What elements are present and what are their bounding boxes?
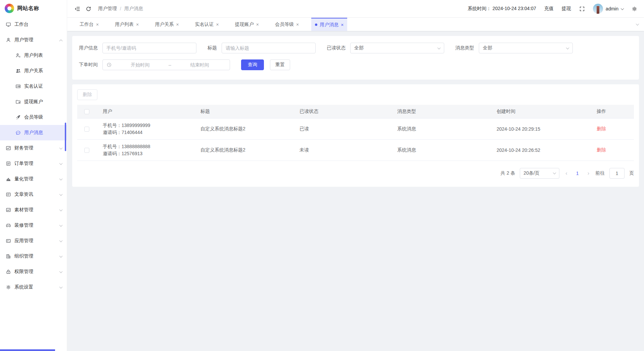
user-icon [6,37,11,43]
article-icon [6,192,11,197]
close-icon[interactable]: × [341,23,343,27]
app-window-icon [6,238,11,244]
sidebar-item-decoration-management[interactable]: 装修管理 [0,218,67,233]
close-icon[interactable]: × [216,22,219,27]
tab-workbench[interactable]: 工作台× [76,18,102,31]
delete-row-button[interactable]: 删除 [597,147,606,152]
tab-user-relations[interactable]: 用户关系× [151,18,182,31]
sidebar-item-app-management[interactable]: 应用管理 [0,233,67,249]
tab-user-message[interactable]: 用户消息× [311,18,347,31]
delete-row-button[interactable]: 删除 [597,126,606,131]
sidebar-item-user-list[interactable]: 用户列表 [0,48,67,63]
goto-page-input[interactable] [609,168,625,179]
user-info-input[interactable] [102,43,196,53]
sidebar-horizontal-scrollbar[interactable] [0,349,55,351]
chevron-down-icon [636,22,639,26]
msg-type-label: 消息类型 [455,45,474,51]
search-button[interactable]: 查询 [241,59,264,70]
user-menu[interactable]: admin [593,4,624,14]
current-page-number[interactable]: 1 [573,171,582,176]
sidebar-item-material-management[interactable]: 素材管理 [0,202,67,218]
tab-options-dropdown[interactable] [636,18,639,31]
sidebar-item-quant-management[interactable]: 量化管理 [0,171,67,187]
reset-button[interactable]: 重置 [270,59,290,70]
breadcrumb-separator: / [120,6,121,11]
id-card-icon [15,84,21,89]
system-time-label: 系统时间： [468,6,491,11]
row-checkbox[interactable] [84,127,89,132]
tab-user-list[interactable]: 用户列表× [111,18,142,31]
message-title: 自定义系统消息标题2 [200,139,300,161]
monitor-icon [6,22,11,27]
sidebar-item-order-management[interactable]: 订单管理 [0,156,67,171]
sidebar: 网站名称 工作台 用户管理 用户列表 用户关系 实名认证 提现账户 [0,0,67,351]
sidebar-item-member-level[interactable]: 会员等级 [0,109,67,125]
fold-icon [75,6,80,12]
sidebar-item-realname-auth[interactable]: 实名认证 [0,79,67,94]
refresh-icon [86,6,91,12]
close-icon[interactable]: × [256,22,259,27]
fullscreen-button[interactable] [579,6,585,12]
sidebar-item-org-management[interactable]: 组织管理 [0,249,67,264]
site-logo [5,4,14,13]
col-msg-type: 消息类型 [397,105,497,118]
start-time-input[interactable] [114,62,167,68]
sidebar-item-user-message[interactable]: 用户消息 [0,125,67,140]
end-time-input[interactable] [173,62,226,68]
table-row: 手机号：13899999999 邀请码：71406444 自定义系统消息标题2 … [77,118,634,139]
page-size-select[interactable]: 20条/页 [520,168,559,179]
prev-page-button[interactable]: ‹ [564,170,568,176]
title-input[interactable] [222,43,316,53]
chevron-down-icon [59,146,63,149]
batch-delete-button[interactable]: 删除 [77,89,97,100]
close-icon[interactable]: × [136,22,139,27]
picture-icon [6,207,11,213]
col-created-at: 创建时间 [497,105,597,118]
sidebar-item-finance-management[interactable]: 财务管理 [0,140,67,156]
breadcrumb-parent[interactable]: 用户管理 [98,6,117,12]
close-icon[interactable]: × [176,22,179,27]
date-range-picker[interactable]: – [102,59,230,70]
sidebar-item-user-relations[interactable]: 用户关系 [0,63,67,79]
chevron-down-icon [59,285,63,289]
refresh-button[interactable] [86,6,91,12]
gear-icon [632,6,637,12]
tab-realname-auth[interactable]: 实名认证× [191,18,223,31]
read-status-label: 已读状态 [327,45,346,51]
tab-withdraw-account[interactable]: 提现账户× [231,18,263,31]
sidebar-item-withdraw-account[interactable]: 提现账户 [0,94,67,109]
chevron-down-icon [59,270,63,273]
tab-member-level[interactable]: 会员等级× [271,18,303,31]
user-invite-code: 邀请码：12576913 [103,150,196,157]
sidebar-item-workbench[interactable]: 工作台 [0,17,67,32]
sidebar-item-system-settings[interactable]: 系统设置 [0,279,67,295]
user-phone: 手机号：13888888888 [103,143,196,150]
recharge-button[interactable]: 充值 [544,6,554,12]
chevron-down-icon [59,162,63,165]
chevron-down-icon [59,223,63,227]
withdraw-button[interactable]: 提现 [562,6,571,12]
collapse-sidebar-button[interactable] [75,6,80,12]
select-all-checkbox[interactable] [84,109,89,114]
sidebar-item-user-management[interactable]: 用户管理 [0,32,67,48]
close-icon[interactable]: × [96,22,99,27]
lock-icon [6,269,11,274]
next-page-button[interactable]: › [586,170,591,176]
date-range-separator: – [169,62,171,68]
sidebar-vertical-scrollbar[interactable] [65,123,66,151]
active-tab-dot [315,24,317,26]
settings-button[interactable] [632,6,637,12]
sidebar-item-article-news[interactable]: 文章资讯 [0,187,67,202]
chevron-down-icon [553,171,556,174]
chevron-down-icon [59,208,63,211]
tab-bar: 工作台× 用户列表× 用户关系× 实名认证× 提现账户× 会员等级× 用户消息× [67,17,644,31]
read-status-select[interactable]: 全部 [350,43,444,53]
close-icon[interactable]: × [296,22,299,27]
avatar[interactable] [593,4,603,14]
chevron-up-icon [59,39,63,43]
read-status: 已读 [300,118,397,139]
sidebar-item-permission-management[interactable]: 权限管理 [0,264,67,279]
sofa-icon [6,223,11,228]
row-checkbox[interactable] [84,148,89,153]
msg-type-select[interactable]: 全部 [479,43,573,53]
